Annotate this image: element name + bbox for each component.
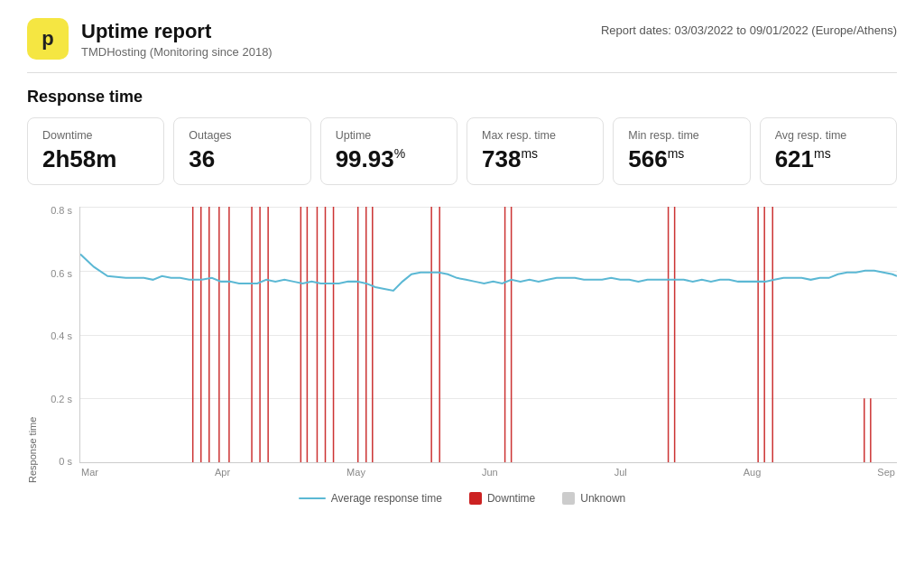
unknown-box-icon — [562, 492, 575, 505]
legend-downtime-label: Downtime — [487, 492, 535, 505]
avg-line-icon — [299, 497, 326, 500]
y-tick: 0 s — [59, 456, 72, 467]
header-title: Uptime report TMDHosting (Monitoring sin… — [81, 20, 273, 59]
chart-area: Response time 0.8 s0.6 s0.4 s0.2 s0 s — [27, 203, 897, 483]
page-header: p Uptime report TMDHosting (Monitoring s… — [27, 18, 897, 73]
stat-card: Avg resp. time 621ms — [760, 117, 897, 185]
y-tick: 0.2 s — [51, 394, 72, 404]
section-title: Response time — [27, 88, 897, 107]
stat-value: 738ms — [482, 145, 588, 173]
x-axis-labels: MarAprMayJunJulAugSep — [79, 467, 897, 483]
chart-legend: Average response time Downtime Unknown — [27, 492, 897, 505]
stat-label: Uptime — [336, 129, 442, 142]
y-ticks: 0.8 s0.6 s0.4 s0.2 s0 s — [42, 203, 76, 483]
x-label: Sep — [877, 467, 895, 483]
chart-plot — [79, 207, 897, 463]
legend-avg: Average response time — [299, 492, 442, 505]
x-label: Jun — [482, 467, 498, 483]
stat-label: Avg resp. time — [775, 129, 882, 142]
stat-value: 621ms — [775, 145, 882, 173]
x-label: Mar — [81, 467, 98, 483]
stat-value: 36 — [189, 145, 295, 173]
stat-card: Downtime 2h58m — [27, 117, 164, 185]
stat-card: Max resp. time 738ms — [467, 117, 604, 185]
stat-value: 99.93% — [336, 145, 442, 173]
logo: p — [27, 18, 69, 60]
report-dates: Report dates: 03/03/2022 to 09/01/2022 (… — [601, 23, 897, 37]
page-subtitle: TMDHosting (Monitoring since 2018) — [81, 45, 273, 59]
x-label: Apr — [215, 467, 230, 483]
header-left: p Uptime report TMDHosting (Monitoring s… — [27, 18, 273, 60]
response-time-section: Response time Downtime 2h58m Outages 36 … — [27, 88, 897, 505]
stat-label: Min resp. time — [628, 129, 735, 142]
y-tick: 0.8 s — [51, 205, 72, 216]
grid-line — [80, 462, 897, 463]
legend-downtime: Downtime — [469, 492, 535, 505]
stat-label: Outages — [189, 129, 295, 142]
x-label: May — [346, 467, 365, 483]
stat-card: Outages 36 — [173, 117, 310, 185]
y-tick: 0.4 s — [51, 330, 72, 341]
chart-inner: 0.8 s0.6 s0.4 s0.2 s0 s — [42, 203, 897, 483]
page-title: Uptime report — [81, 20, 273, 43]
stat-card: Min resp. time 566ms — [613, 117, 750, 185]
stat-value: 566ms — [628, 145, 735, 173]
stat-label: Downtime — [42, 129, 149, 142]
x-label: Aug — [744, 467, 762, 483]
y-tick: 0.6 s — [51, 268, 72, 279]
y-axis-label: Response time — [27, 203, 38, 483]
stat-card: Uptime 99.93% — [320, 117, 457, 185]
legend-unknown: Unknown — [562, 492, 625, 505]
stat-value: 2h58m — [42, 145, 149, 173]
legend-avg-label: Average response time — [331, 492, 442, 505]
x-label: Jul — [614, 467, 627, 483]
chart-svg — [80, 207, 897, 462]
downtime-box-icon — [469, 492, 482, 505]
legend-unknown-label: Unknown — [580, 492, 625, 505]
stats-grid: Downtime 2h58m Outages 36 Uptime 99.93% … — [27, 117, 897, 185]
stat-label: Max resp. time — [482, 129, 588, 142]
